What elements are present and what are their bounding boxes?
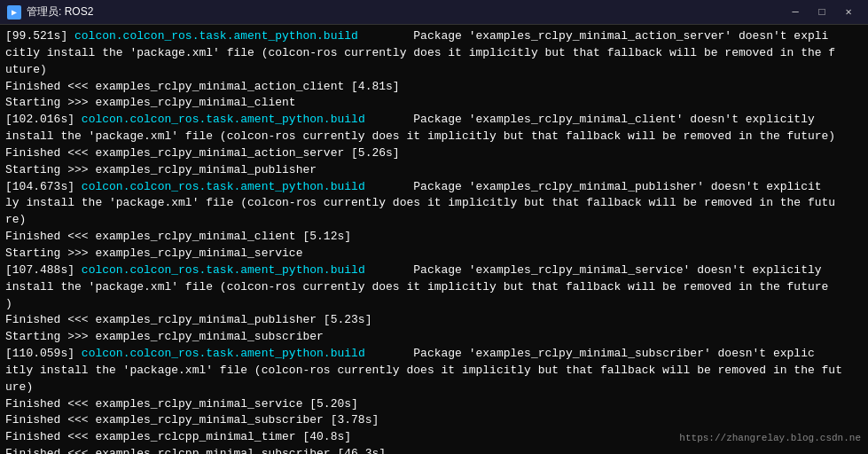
watermark: https://zhangrelay.blog.csdn.ne [679,433,861,443]
terminal-line: Starting >>> examples_rclpy_minimal_clie… [5,95,863,112]
terminal-line: Finished <<< examples_rclpy_minimal_serv… [5,396,863,413]
terminal-line: Starting >>> examples_rclpy_minimal_serv… [5,246,863,262]
terminal-line: Finished <<< examples_rclpy_minimal_clie… [5,229,863,246]
terminal-output: [99.521s] colcon.colcon_ros.task.ament_p… [0,25,868,454]
title-bar: ▶ 管理员: ROS2 — □ ✕ [0,0,868,25]
terminal-line: Starting >>> examples_rclpy_minimal_publ… [5,162,863,179]
terminal-line: Finished <<< examples_rclpy_minimal_acti… [5,145,863,162]
app-icon: ▶ [7,5,21,20]
close-button[interactable]: ✕ [836,4,861,21]
terminal-line: [104.673s] colcon.colcon_ros.task.ament_… [5,179,863,230]
terminal-line: [102.016s] colcon.colcon_ros.task.ament_… [5,112,863,145]
terminal-line: Finished <<< examples_rclpy_minimal_publ… [5,312,863,329]
terminal-line: Finished <<< examples_rclpy_minimal_acti… [5,79,863,96]
title-bar-left: ▶ 管理员: ROS2 [7,4,93,20]
terminal-line: Finished <<< examples_rclcpp_minimal_sub… [5,446,863,454]
terminal-line: [110.059s] colcon.colcon_ros.task.ament_… [5,346,863,396]
terminal-line: [99.521s] colcon.colcon_ros.task.ament_p… [5,28,863,79]
terminal-line: Finished <<< examples_rclpy_minimal_subs… [5,412,863,429]
window-controls: — □ ✕ [783,4,861,21]
window-title: 管理员: ROS2 [27,4,93,20]
minimize-button[interactable]: — [783,4,808,21]
maximize-button[interactable]: □ [809,4,834,21]
terminal-line: [107.488s] colcon.colcon_ros.task.ament_… [5,262,863,313]
terminal-line: Starting >>> examples_rclpy_minimal_subs… [5,329,863,346]
